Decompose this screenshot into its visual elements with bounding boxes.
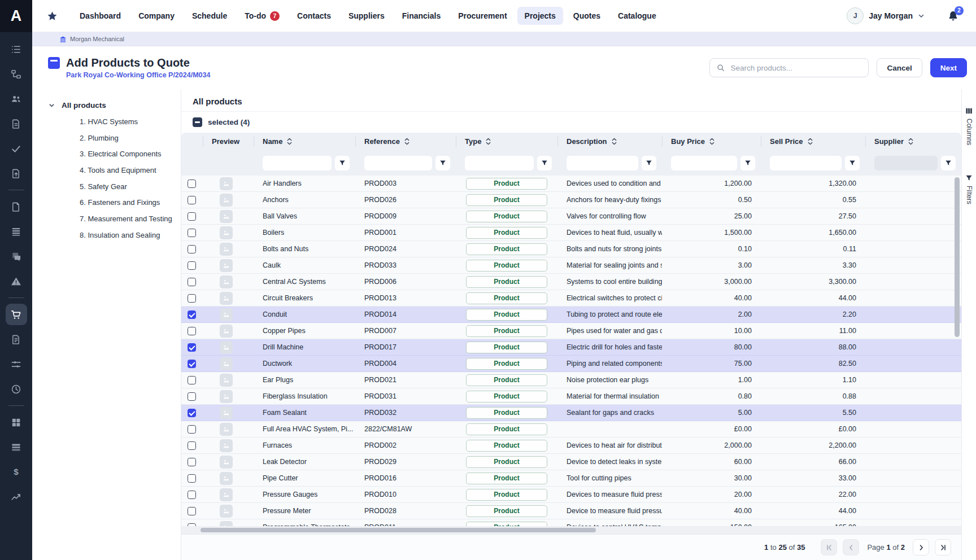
cart-icon[interactable] bbox=[6, 304, 27, 325]
filters-tab[interactable]: Filters bbox=[965, 174, 973, 204]
filter-input-description[interactable] bbox=[567, 156, 638, 170]
file-icon[interactable] bbox=[6, 196, 27, 217]
dollar-icon[interactable]: $ bbox=[6, 461, 27, 483]
category-item[interactable]: 2. Plumbing bbox=[80, 130, 181, 146]
nav-item-procurement[interactable]: Procurement bbox=[451, 7, 514, 25]
row-checkbox[interactable] bbox=[188, 278, 196, 286]
row-checkbox[interactable] bbox=[188, 294, 196, 303]
next-page-button[interactable] bbox=[913, 539, 929, 555]
table-row[interactable]: DuctworkPROD004ProductPiping and related… bbox=[181, 356, 961, 372]
first-page-button[interactable] bbox=[821, 539, 837, 555]
row-checkbox[interactable] bbox=[188, 245, 196, 253]
filter-input-name[interactable] bbox=[263, 156, 332, 170]
sliders-icon[interactable] bbox=[6, 353, 27, 375]
warning-icon[interactable] bbox=[6, 270, 27, 292]
table-row[interactable]: Circuit BreakersPROD013ProductElectrical… bbox=[181, 290, 961, 307]
row-checkbox[interactable] bbox=[188, 327, 196, 335]
app-logo[interactable]: A bbox=[0, 0, 32, 32]
breadcrumb[interactable]: Morgan Mechanical bbox=[32, 32, 976, 46]
row-checkbox[interactable] bbox=[188, 392, 196, 401]
filter-funnel-icon[interactable] bbox=[845, 156, 860, 170]
table-row[interactable]: Pressure GaugesPROD010ProductDevices to … bbox=[181, 487, 961, 503]
table-row[interactable]: BoilersPROD001ProductDevices to heat flu… bbox=[181, 225, 961, 241]
filter-funnel-icon[interactable] bbox=[537, 156, 552, 170]
row-checkbox[interactable] bbox=[188, 212, 196, 221]
filter-input-sell[interactable] bbox=[770, 156, 842, 170]
last-page-button[interactable] bbox=[935, 539, 951, 555]
table-row[interactable]: Central AC SystemsPROD006ProductSystems … bbox=[181, 274, 961, 290]
table-row[interactable]: Programmable ThermostatsPROD011ProductDe… bbox=[181, 519, 961, 526]
row-checkbox[interactable] bbox=[188, 343, 196, 352]
category-item[interactable]: 1. HVAC Systems bbox=[80, 113, 181, 130]
filter-input-type[interactable] bbox=[465, 156, 534, 170]
table-row[interactable]: Copper PipesPROD007ProductPipes used for… bbox=[181, 323, 961, 339]
invoice-icon[interactable] bbox=[6, 329, 27, 350]
nav-item-schedule[interactable]: Schedule bbox=[185, 7, 234, 25]
category-item[interactable]: 7. Measurement and Testing bbox=[80, 211, 181, 227]
category-item[interactable]: 8. Insulation and Sealing bbox=[80, 227, 181, 243]
column-header-description[interactable]: Description bbox=[557, 133, 662, 150]
row-checkbox[interactable] bbox=[188, 180, 196, 188]
table-row[interactable]: Leak DetectorPROD029ProductDevice to det… bbox=[181, 454, 961, 470]
nav-item-company[interactable]: Company bbox=[131, 7, 182, 25]
row-checkbox[interactable] bbox=[188, 507, 196, 515]
nav-item-catalogue[interactable]: Catalogue bbox=[611, 7, 664, 25]
table-row[interactable]: Air HandlersPROD003ProductDevices used t… bbox=[181, 176, 961, 192]
nav-item-quotes[interactable]: Quotes bbox=[566, 7, 608, 25]
table-row[interactable]: CaulkPROD033ProductMaterial for sealing … bbox=[181, 257, 961, 274]
table-row[interactable]: Drill MachinePROD017ProductElectric dril… bbox=[181, 339, 961, 356]
row-checkbox[interactable] bbox=[188, 441, 196, 450]
search-input[interactable] bbox=[729, 63, 861, 73]
row-checkbox[interactable] bbox=[188, 491, 196, 499]
vertical-scrollbar[interactable] bbox=[955, 177, 960, 337]
hierarchy-icon[interactable] bbox=[6, 63, 27, 85]
table-row[interactable]: ConduitPROD014ProductTubing to protect a… bbox=[181, 307, 961, 323]
cancel-button[interactable]: Cancel bbox=[877, 58, 922, 77]
file-upload-icon[interactable] bbox=[6, 163, 27, 184]
category-item[interactable]: 3. Electrical Components bbox=[80, 146, 181, 162]
table-row[interactable]: Bolts and NutsPROD024ProductBolts and nu… bbox=[181, 241, 961, 257]
table-row[interactable]: Full Area HVAC System, Pi...2822/CM81AWP… bbox=[181, 421, 961, 438]
table-row[interactable]: FurnacesPROD002ProductDevices to heat ai… bbox=[181, 438, 961, 454]
chat-icon[interactable] bbox=[6, 246, 27, 267]
select-all-indeterminate-checkbox[interactable] bbox=[193, 117, 202, 127]
table-row[interactable]: Ball ValvesPROD009ProductValves for cont… bbox=[181, 208, 961, 225]
filter-input-buy[interactable] bbox=[671, 156, 737, 170]
nav-item-to-do[interactable]: To-do7 bbox=[237, 7, 287, 25]
column-header-supplier[interactable]: Supplier bbox=[865, 133, 961, 150]
column-header-reference[interactable]: Reference bbox=[355, 133, 456, 150]
notifications-bell[interactable]: 2 bbox=[947, 10, 959, 22]
filter-funnel-icon[interactable] bbox=[941, 156, 956, 170]
table-row[interactable]: Pipe CutterPROD016ProductTool for cuttin… bbox=[181, 470, 961, 487]
row-checkbox[interactable] bbox=[188, 229, 196, 237]
category-root[interactable]: All products bbox=[49, 97, 181, 113]
favorites-star-icon[interactable] bbox=[47, 11, 58, 21]
columns-tab[interactable]: Columns bbox=[965, 107, 973, 145]
row-checkbox[interactable] bbox=[188, 360, 196, 368]
row-checkbox[interactable] bbox=[188, 409, 196, 417]
horizontal-scrollbar[interactable] bbox=[201, 528, 596, 532]
users-icon[interactable] bbox=[6, 88, 27, 110]
filter-input-reference[interactable] bbox=[364, 156, 432, 170]
list-icon[interactable] bbox=[6, 38, 27, 60]
filter-funnel-icon[interactable] bbox=[335, 156, 350, 170]
table-row[interactable]: Fiberglass InsulationPROD031ProductMater… bbox=[181, 388, 961, 405]
table-row[interactable]: AnchorsPROD026ProductAnchors for heavy-d… bbox=[181, 192, 961, 208]
filter-funnel-icon[interactable] bbox=[435, 156, 450, 170]
category-item[interactable]: 4. Tools and Equipment bbox=[80, 162, 181, 178]
row-checkbox[interactable] bbox=[188, 261, 196, 270]
nav-item-suppliers[interactable]: Suppliers bbox=[341, 7, 392, 25]
next-button[interactable]: Next bbox=[930, 58, 967, 77]
row-checkbox[interactable] bbox=[188, 376, 196, 384]
nav-item-financials[interactable]: Financials bbox=[395, 7, 448, 25]
filter-funnel-icon[interactable] bbox=[642, 156, 656, 170]
previous-page-button[interactable] bbox=[843, 539, 859, 555]
row-checkbox[interactable] bbox=[188, 458, 196, 466]
nav-item-contacts[interactable]: Contacts bbox=[290, 7, 338, 25]
column-header-name[interactable]: Name bbox=[254, 133, 355, 150]
category-item[interactable]: 6. Fasteners and Fixings bbox=[80, 194, 181, 211]
column-header-sell[interactable]: Sell Price bbox=[761, 133, 865, 150]
nav-item-projects[interactable]: Projects bbox=[517, 7, 563, 25]
project-link[interactable]: Park Royal Co-Working Office P/2024/M034 bbox=[66, 71, 210, 79]
document-icon[interactable] bbox=[6, 113, 27, 134]
